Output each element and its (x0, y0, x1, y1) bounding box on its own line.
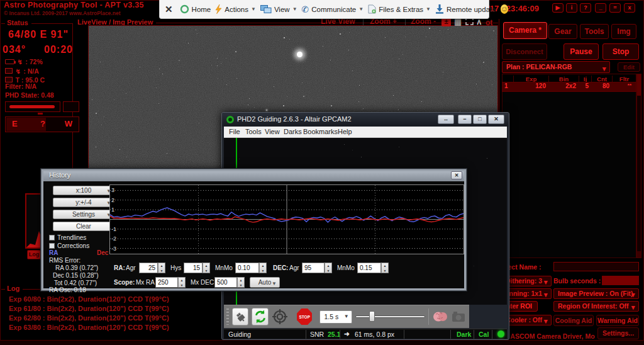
phd2-close-button[interactable]: ✕ (488, 115, 504, 124)
toolbar-grip[interactable] (226, 308, 229, 325)
hysteresis-input[interactable]: 15 (184, 263, 203, 273)
menu-tools[interactable]: Tools (245, 128, 262, 135)
brain-button[interactable] (432, 310, 448, 323)
phd2-maximize-button[interactable]: □ (473, 115, 487, 124)
loop-exposures-button[interactable] (252, 308, 269, 325)
dec-mnmo-label: MnMo (337, 264, 355, 271)
dec-agr-label: Agr (289, 264, 299, 271)
toolbar-communicate-button[interactable]: ✆ Communicate▼ (302, 4, 364, 14)
exposure-select[interactable]: 1.5 s ▼ (319, 310, 352, 324)
y-scale-select[interactable]: y:+/-4▼ (53, 198, 114, 207)
disconnect-button[interactable]: Disconnect (502, 43, 547, 60)
guide-button[interactable] (272, 308, 288, 325)
image-preview-select[interactable]: Image Preview : On (Fit) ▼ (553, 288, 639, 299)
dark-library-status: Dark (457, 331, 471, 338)
trendlines-checkbox[interactable]: Trendlines (49, 234, 86, 241)
apt-run-button[interactable]: ▶ (552, 3, 564, 13)
plan-select[interactable]: Plan : PELICAN-RGB ▼ (502, 61, 610, 73)
chevron-down-icon: ▼ (292, 6, 297, 12)
object-name-input[interactable] (553, 262, 639, 271)
toolbar-files-button[interactable]: Files & Extras▼ (368, 4, 431, 14)
tab-camera[interactable]: Camera * (503, 22, 547, 39)
tab-gear[interactable]: Gear (548, 24, 577, 39)
snr-label: SNR (310, 331, 324, 338)
dec-aggression-input[interactable]: 95 (302, 263, 325, 273)
clear-button[interactable]: Clear (53, 222, 114, 231)
apt-help-button[interactable]: ? (580, 3, 591, 13)
monitors-icon (260, 5, 272, 14)
phd2-titlebar[interactable]: PHD2 Guiding 2.6.3 - Altair GPCAM2 ↔ − □… (222, 113, 509, 127)
plan-table-scrollbar[interactable] (636, 74, 641, 258)
camera-properties-button[interactable] (452, 311, 467, 322)
ra-legend: RA (49, 249, 58, 256)
toolbar-close-icon[interactable]: ✕ (165, 4, 173, 15)
corrections-checkbox[interactable]: Corrections (49, 242, 89, 249)
menu-view[interactable]: View (265, 128, 280, 135)
connect-equipment-button[interactable] (232, 308, 249, 325)
dec-minmove-input[interactable]: 0.15 (357, 263, 381, 273)
menu-bookmarks[interactable]: Bookmarks (303, 128, 338, 135)
phd2-detach-button[interactable]: ↔ (438, 115, 454, 124)
phd2-minimize-button[interactable]: − (458, 115, 472, 124)
ra-agr-label: Agr (126, 264, 136, 271)
cooling-aid-button[interactable]: Cooling Aid (553, 315, 594, 326)
roi-select[interactable]: Region Of Interest: Off ▼ (553, 301, 639, 312)
history-titlebar[interactable]: History ✕ (42, 169, 466, 181)
toolbar-view-button[interactable]: View▼ (260, 5, 297, 14)
history-window-title: History (49, 171, 70, 179)
stop-guiding-button[interactable]: STOP (297, 308, 313, 325)
slider-handle[interactable] (369, 311, 375, 322)
chevron-down-icon: ▼ (251, 6, 256, 12)
bulb-seconds-input[interactable] (602, 276, 639, 285)
history-close-button[interactable]: ✕ (451, 171, 462, 179)
toolbar-actions-button[interactable]: Actions▼ (215, 4, 256, 14)
warming-aid-button[interactable]: Warming Aid (596, 315, 639, 326)
ra-minmove-spinner[interactable]: ▲▼ (259, 263, 267, 273)
menu-help[interactable]: Help (338, 128, 352, 135)
tab-img[interactable]: Img (611, 24, 636, 39)
hysteresis-spinner[interactable]: ▲▼ (203, 263, 210, 273)
histogram-log-toggle[interactable]: Log (27, 250, 41, 259)
apt-minimize-button[interactable]: _ (595, 3, 606, 13)
guiding-history-chart: 321-1-2-3 (109, 184, 464, 254)
apt-info-button[interactable]: i (566, 3, 577, 13)
max-dec-spinner[interactable]: ▲▼ (237, 277, 245, 288)
ra-aggression-spinner[interactable]: ▲▼ (158, 263, 165, 273)
apt-close-button[interactable]: x (624, 3, 635, 13)
apt-restore-button[interactable]: = (609, 3, 621, 13)
apt-floating-toolbar: ✕ Home Actions▼ View▼ ✆ Communicate▼ Fil… (159, 0, 489, 19)
settings-select[interactable]: Settings▼ (53, 210, 114, 219)
max-ra-input[interactable]: 250 (155, 277, 178, 288)
dec-aggression-spinner[interactable]: ▲▼ (325, 263, 332, 273)
max-dec-input[interactable]: 500 (214, 277, 237, 288)
gamma-slider[interactable] (355, 310, 425, 324)
pause-button[interactable]: Pause (564, 43, 599, 60)
shoot-tab-fragment[interactable]: ot (486, 18, 492, 27)
plan-table-row[interactable]: 11202x2580** (502, 82, 636, 92)
dec-minmove-spinner[interactable]: ▲▼ (381, 263, 389, 273)
menu-file[interactable]: File (229, 128, 240, 135)
home-ring-icon (180, 4, 189, 14)
checkbox-icon (49, 243, 55, 249)
meridian-east-label: E (12, 119, 18, 128)
dec-guide-mode-select[interactable]: Auto▼ (250, 277, 280, 288)
scrollbar-thumb[interactable] (637, 74, 641, 96)
ra-aggression-input[interactable]: 25 (139, 263, 158, 273)
max-ra-spinner[interactable]: ▲▼ (178, 277, 186, 288)
tab-tools[interactable]: Tools (580, 24, 609, 39)
ra-section-label: RA: (114, 264, 125, 271)
status-section-header: Status (5, 19, 30, 26)
camera-settings-button[interactable]: Settings... (597, 327, 639, 339)
meridian-flip-label: ? (40, 119, 45, 128)
x-scale-select[interactable]: x:100▼ (53, 186, 114, 195)
plan-edit-button[interactable]: Edit (618, 62, 640, 72)
ra-minmove-input[interactable]: 0.10 (235, 263, 259, 273)
toolbar-home-button[interactable]: Home (180, 4, 211, 14)
menu-darks[interactable]: Darks (284, 128, 302, 135)
toolbar-remote-update-button[interactable]: Remote update (435, 4, 496, 14)
stop-button[interactable]: Stop (602, 43, 639, 60)
rms-ra: RA 0.39 (0.72") (55, 264, 98, 271)
meridian-indicator: E ? W (5, 116, 79, 132)
dec-legend: Dec (97, 249, 108, 256)
chevron-down-icon: ▼ (543, 278, 549, 286)
